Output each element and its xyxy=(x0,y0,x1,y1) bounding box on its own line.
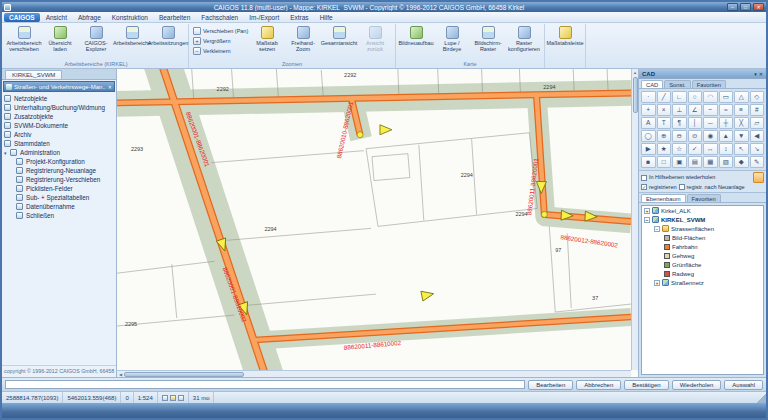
sidebar-item-svwm-dokumente[interactable]: SVWM-Dokumente xyxy=(2,121,116,130)
layer-node-strassennetz[interactable]: +Straßennetz xyxy=(642,278,763,287)
vertical-scroll-thumb[interactable] xyxy=(633,77,638,113)
horizontal-scroll-thumb[interactable] xyxy=(124,372,244,377)
cad-tool-icon[interactable]: ▲ xyxy=(719,130,734,142)
cad-tool-icon[interactable]: ↔ xyxy=(703,143,718,155)
cad-tool-icon[interactable]: ✓ xyxy=(688,143,703,155)
tab-cad[interactable]: CAD xyxy=(641,80,663,88)
cad-tool-icon[interactable]: · xyxy=(641,91,656,103)
cad-tool-icon[interactable]: ≡ xyxy=(734,104,749,116)
menu-tab-fachschalen[interactable]: Fachschalen xyxy=(196,13,243,22)
sidebar-item-datenuebernahme[interactable]: Datenübernahme xyxy=(2,202,116,211)
maximize-button[interactable]: □ xyxy=(740,3,751,11)
tab-layer-favoriten[interactable]: Favoriten xyxy=(687,194,721,202)
grid-config-button[interactable]: Rasterkonfigurieren xyxy=(506,24,542,52)
freehand-zoom-button[interactable]: Freihand-Zoom xyxy=(285,24,321,52)
cad-tool-icon[interactable]: ▦ xyxy=(703,156,718,168)
cad-tool-icon[interactable]: ▱ xyxy=(750,117,765,129)
cad-tool-icon[interactable]: ◆ xyxy=(734,156,749,168)
bestaetigen-button[interactable]: Bestätigen xyxy=(624,380,668,390)
active-tool-button[interactable] xyxy=(753,172,764,183)
layer-node-kirkel-alk[interactable]: +Kirkel_ALK xyxy=(642,206,763,215)
caigos-explorer-button[interactable]: CAIGOS-Explorer xyxy=(78,24,114,52)
layer-node-bild-flaechen[interactable]: Bild-Flächen xyxy=(642,233,763,242)
panel-close-icon[interactable]: ✕ xyxy=(108,84,112,90)
map-vertical-scrollbar[interactable]: ▲ xyxy=(631,69,638,370)
cad-tool-icon[interactable]: ∠ xyxy=(688,104,703,116)
scroll-up-icon[interactable]: ▲ xyxy=(632,69,639,76)
palette-dropdown-icon[interactable]: ▾ xyxy=(754,71,757,77)
sidebar-item-registrierung-verschieben[interactable]: Registrierung-Verschieben xyxy=(2,175,116,184)
sidebar-item-administration[interactable]: ▾Administration xyxy=(2,148,116,157)
cad-tool-icon[interactable]: ~ xyxy=(703,104,718,116)
sidebar-item-stammdaten[interactable]: Stammdaten xyxy=(2,139,116,148)
cad-tool-icon[interactable]: T xyxy=(657,117,672,129)
cad-tool-icon[interactable]: ⊙ xyxy=(688,130,703,142)
cad-tool-icon[interactable]: ↖ xyxy=(734,143,749,155)
cad-tool-icon[interactable]: ↘ xyxy=(750,143,765,155)
full-extent-button[interactable]: Gesamtansicht xyxy=(321,24,357,52)
sidebar-item-netzobjekte[interactable]: Netzobjekte xyxy=(2,94,116,103)
tab-sonst[interactable]: Sonst. xyxy=(664,80,690,88)
cad-tool-icon[interactable]: # xyxy=(750,104,765,116)
collapse-icon[interactable]: − xyxy=(644,217,650,223)
menu-tab-extras[interactable]: Extras xyxy=(285,13,313,22)
layer-node-gruenflaeche[interactable]: Grünfläche xyxy=(642,260,763,269)
scale-set-button[interactable]: Maßstabsetzen xyxy=(249,24,285,52)
sidebar-item-spezialtabellen[interactable]: Sub- + Spezialtabellen xyxy=(2,193,116,202)
expand-icon[interactable]: + xyxy=(644,208,650,214)
sidebar-item-unterhaltung[interactable]: Unterhaltung/Buchung/Widmung xyxy=(2,103,116,112)
work-sessions-button[interactable]: Arbeitssitzungen xyxy=(150,24,186,52)
cad-tool-icon[interactable]: ○ xyxy=(688,91,703,103)
close-button[interactable]: ✕ xyxy=(753,3,764,11)
sidebar-item-picklisten-felder[interactable]: Picklisten-Felder xyxy=(2,184,116,193)
birdeye-button[interactable]: Lupe /Birdeye xyxy=(434,24,470,52)
cad-tool-icon[interactable]: ⊕ xyxy=(657,130,672,142)
cad-tool-icon[interactable]: △ xyxy=(734,91,749,103)
cad-tool-icon[interactable]: ▶ xyxy=(641,143,656,155)
cad-tool-icon[interactable]: ─ xyxy=(703,117,718,129)
sidebar-item-registrierung-neuanlage[interactable]: Registrierung-Neuanlage xyxy=(2,166,116,175)
cad-tool-icon[interactable]: □ xyxy=(657,156,672,168)
cad-tool-icon[interactable]: × xyxy=(657,104,672,116)
zoom-in-button[interactable]: +Vergrößern xyxy=(193,37,247,45)
tab-kirkel-svwm[interactable]: KIRKEL_SVWM xyxy=(5,70,62,79)
cad-tool-icon[interactable]: A xyxy=(641,117,656,129)
cad-tool-icon[interactable]: + xyxy=(641,104,656,116)
menu-tab-bearbeiten[interactable]: Bearbeiten xyxy=(154,13,195,22)
collapse-icon[interactable]: − xyxy=(654,226,660,232)
zoom-out-button[interactable]: −Verkleinern xyxy=(193,47,247,55)
workspace-move-button[interactable]: Arbeitsbereichverschieben xyxy=(6,24,42,52)
menu-tab-abfrage[interactable]: Abfrage xyxy=(73,13,106,22)
sidebar-item-zusatzobjekte[interactable]: Zusatzobjekte xyxy=(2,112,116,121)
cad-tool-icon[interactable]: ◇ xyxy=(750,91,765,103)
grid-toggle-icon[interactable] xyxy=(170,395,176,401)
cad-tool-icon[interactable]: ▣ xyxy=(672,156,687,168)
layer-node-gehweg[interactable]: Gehweg xyxy=(642,251,763,260)
menu-tab-caigos[interactable]: CAIGOS xyxy=(4,13,40,22)
workspaces-button[interactable]: Arbeitsbereiche xyxy=(114,24,150,52)
snap-toggle-icon[interactable] xyxy=(162,395,168,401)
layer-node-kirkel-svwm[interactable]: −KIRKEL_SVWM xyxy=(642,215,763,224)
sidebar-item-projekt-konfiguration[interactable]: Projekt-Konfiguration xyxy=(2,157,116,166)
bearbeiten-button[interactable]: Bearbeiten xyxy=(528,380,573,390)
repeat-in-helper-layers-checkbox[interactable] xyxy=(641,175,647,181)
cad-tool-icon[interactable]: ╳ xyxy=(734,117,749,129)
tab-favoriten[interactable]: Favoriten xyxy=(692,80,726,88)
redraw-button[interactable]: Bildneuaufbau xyxy=(398,24,434,52)
map-canvas[interactable]: 88620001-88620001 88620010-88620001 8862… xyxy=(117,69,638,377)
cad-tool-icon[interactable]: ¶ xyxy=(672,117,687,129)
screen-grid-button[interactable]: Bildschirm-Raster xyxy=(470,24,506,52)
cad-tool-icon[interactable]: ☆ xyxy=(672,143,687,155)
register-after-create-checkbox[interactable] xyxy=(679,184,685,190)
layer-node-fahrbahn[interactable]: Fahrbahn xyxy=(642,242,763,251)
cad-tool-icon[interactable]: ◯ xyxy=(641,130,656,142)
cad-tool-icon[interactable]: ↕ xyxy=(719,143,734,155)
cad-tool-icon[interactable]: ▤ xyxy=(688,156,703,168)
wiederholen-button[interactable]: Wiederholen xyxy=(672,380,722,390)
view-back-button[interactable]: Ansichtzurück xyxy=(357,24,393,52)
cad-tool-icon[interactable]: ┼ xyxy=(719,117,734,129)
cad-tool-icon[interactable]: ◉ xyxy=(703,130,718,142)
cad-tool-icon[interactable]: ⊖ xyxy=(672,130,687,142)
cad-tool-icon[interactable]: ▼ xyxy=(734,130,749,142)
menu-tab-hilfe[interactable]: Hilfe xyxy=(315,13,338,22)
